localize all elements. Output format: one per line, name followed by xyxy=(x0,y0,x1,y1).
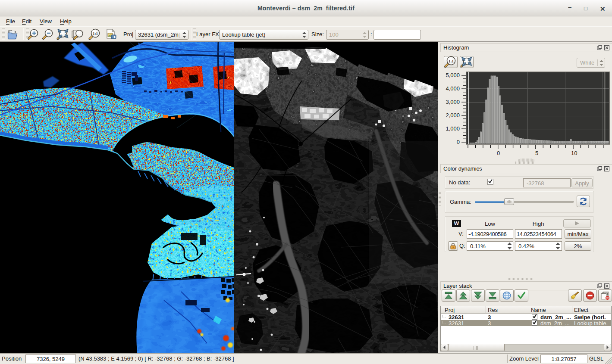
svg-text:1:1: 1:1 xyxy=(93,31,98,36)
svg-text:1:1: 1:1 xyxy=(449,59,454,63)
